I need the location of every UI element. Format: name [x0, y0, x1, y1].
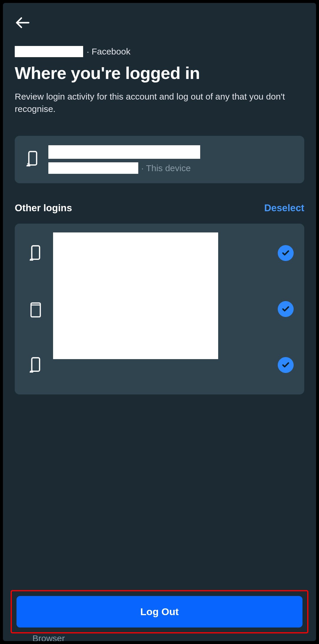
redacted-device-detail — [48, 162, 138, 174]
login-row[interactable] — [25, 288, 294, 330]
android-phone-icon — [25, 355, 46, 375]
partial-text-below: Browser — [32, 633, 65, 641]
selection-check[interactable] — [278, 357, 294, 373]
page-description: Review login activity for this account a… — [15, 90, 289, 115]
other-logins-title: Other logins — [15, 202, 72, 214]
redacted-account-name — [15, 46, 83, 57]
selection-check[interactable] — [278, 245, 294, 261]
this-device-label: · This device — [141, 163, 191, 173]
tablet-icon — [25, 300, 46, 318]
svg-rect-7 — [32, 358, 40, 371]
back-button[interactable] — [15, 15, 31, 33]
logout-highlight-box: Log Out — [11, 590, 308, 633]
other-logins-card — [15, 224, 304, 394]
svg-point-2 — [27, 163, 28, 164]
svg-point-3 — [29, 163, 30, 164]
svg-rect-4 — [32, 246, 40, 259]
android-phone-icon — [25, 243, 46, 263]
deselect-button[interactable]: Deselect — [264, 202, 304, 214]
svg-rect-1 — [29, 151, 37, 165]
login-row[interactable] — [25, 232, 294, 274]
breadcrumb-app-label: · Facebook — [87, 47, 130, 57]
logout-button[interactable]: Log Out — [17, 596, 302, 628]
redacted-device-name — [48, 145, 200, 159]
page-title: Where you're logged in — [15, 63, 304, 83]
current-device-card[interactable]: · This device — [15, 136, 304, 183]
login-row[interactable] — [25, 344, 294, 386]
android-phone-icon — [25, 151, 40, 169]
selection-check[interactable] — [278, 301, 294, 317]
breadcrumb: · Facebook — [15, 46, 304, 57]
